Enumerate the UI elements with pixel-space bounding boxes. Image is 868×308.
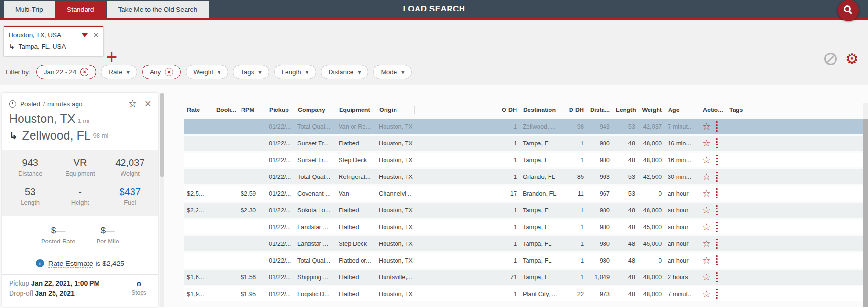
favorite-star-icon[interactable]: ☆ [703, 172, 711, 181]
table-scrollbar[interactable] [863, 103, 868, 307]
row-menu-icon[interactable] [716, 138, 718, 149]
cell-actions: ☆ [700, 155, 726, 165]
column-header[interactable]: Destination [520, 106, 565, 114]
view-tab[interactable]: Take Me to the Old Search [107, 1, 209, 18]
cell-origin: Huntsville,... [376, 274, 414, 281]
row-menu-icon[interactable] [716, 172, 718, 182]
cell-odh: 1 [414, 257, 520, 264]
cell-actions: ☆ [700, 239, 726, 249]
column-header[interactable]: Book... [213, 106, 238, 114]
trip-origin-row[interactable]: Houston, TX, USA × [9, 32, 99, 39]
filter-pill[interactable]: Mode × ▾ [373, 65, 412, 79]
favorite-star-icon[interactable]: ☆ [703, 122, 711, 131]
view-tab[interactable]: Standard [55, 1, 106, 18]
gear-icon[interactable]: ⚙ [846, 52, 858, 66]
favorite-star-icon[interactable]: ☆ [703, 155, 711, 165]
cell-company: Total Qual... [295, 173, 336, 180]
row-menu-icon[interactable] [716, 205, 718, 216]
row-menu-icon[interactable] [716, 121, 718, 132]
rate-estimate-link[interactable]: Rate Estimate [48, 259, 93, 268]
favorite-star-icon[interactable]: ☆ [703, 239, 711, 248]
column-header[interactable]: Weight [638, 106, 665, 114]
chevron-down-icon[interactable] [82, 33, 88, 37]
column-header[interactable]: Origin [376, 106, 414, 114]
cell-distance: 980 [587, 140, 613, 147]
row-menu-icon[interactable] [716, 289, 718, 299]
row-menu-icon[interactable] [716, 222, 718, 232]
table-row[interactable]: $1,6... $1.56 01/22/... Shipping ... Fla… [184, 270, 863, 285]
cell-weight: 0 [638, 190, 665, 197]
column-header[interactable]: Company [295, 106, 336, 114]
cell-origin: Houston, TX [376, 140, 414, 147]
search-button[interactable] [838, 0, 859, 21]
table-scrollbar-thumb[interactable] [863, 119, 868, 307]
cell-equipment: Step Deck [336, 240, 376, 247]
table-row[interactable]: 01/22/... Sunset Tr... Flatbed Houston, … [184, 136, 863, 151]
favorite-star-icon[interactable]: ☆ [703, 189, 711, 198]
panel-scrollbar-thumb[interactable] [160, 93, 164, 177]
column-header[interactable]: Age [665, 106, 700, 114]
row-menu-icon[interactable] [716, 239, 718, 249]
table-row[interactable]: $1,9... $1.95 01/22/... Logistic D... Fl… [184, 286, 863, 301]
column-header[interactable]: Dista... [587, 106, 613, 114]
favorite-star-icon[interactable]: ☆ [128, 99, 137, 108]
favorite-star-icon[interactable]: ☆ [703, 222, 711, 231]
column-header[interactable]: Length [613, 106, 638, 114]
filter-pill[interactable]: Rate × ▾ [101, 65, 137, 79]
table-row[interactable]: $2,5... $2.59 01/22/... Covenant ... Van… [184, 186, 863, 201]
filter-by-label: Filter by: [6, 68, 31, 76]
column-header[interactable]: O-DH [414, 106, 520, 114]
results-grid: Rate Book... RPM Pickup Company Equipmen… [184, 103, 863, 301]
cell-odh: 1 [414, 223, 520, 231]
cell-weight: 42,037 [638, 123, 665, 130]
filter-pill[interactable]: Length × ▾ [274, 65, 316, 79]
close-icon[interactable]: × [145, 99, 151, 108]
row-menu-icon[interactable] [716, 155, 718, 165]
favorite-star-icon[interactable]: ☆ [703, 206, 711, 215]
column-header[interactable]: RPM [238, 106, 266, 114]
table-row[interactable]: 01/22/... Sunset Tr... Step Deck Houston… [184, 153, 863, 167]
info-icon[interactable]: i [36, 259, 44, 267]
filter-pill[interactable]: Jan 22 - 24 × ▾ [36, 65, 97, 79]
column-header[interactable]: D-DH [565, 106, 587, 114]
trip-origin-label: Houston, TX, USA [9, 32, 61, 39]
clear-filter-icon[interactable]: × [165, 68, 173, 76]
cell-equipment: Flatbed or... [336, 257, 376, 264]
favorite-star-icon[interactable]: ☆ [703, 273, 711, 282]
column-header[interactable]: Rate [184, 106, 213, 114]
filter-pill[interactable]: Tags × ▾ [233, 65, 269, 79]
table-row[interactable]: 01/22/... Landstar ... Step Deck Houston… [184, 236, 863, 251]
block-icon[interactable] [824, 53, 837, 65]
cell-distance: 963 [587, 173, 613, 180]
column-header[interactable]: Tags [726, 106, 863, 114]
row-menu-icon[interactable] [716, 188, 718, 199]
clear-filter-icon[interactable]: × [80, 68, 88, 76]
view-tab[interactable]: Multi-Trip [4, 1, 55, 18]
panel-scrollbar[interactable] [160, 93, 164, 307]
cell-origin: Houston, TX [376, 156, 414, 164]
close-trip-icon[interactable]: × [93, 32, 99, 39]
cell-origin: Houston, TX [376, 123, 414, 130]
row-menu-icon[interactable] [716, 255, 718, 266]
row-menu-icon[interactable] [716, 272, 718, 283]
filter-pill[interactable]: Weight × ▾ [186, 65, 228, 79]
table-row[interactable]: $2,2... $2.30 01/22/... Sokota Lo... Fla… [184, 203, 863, 218]
table-row[interactable]: 01/22/... Total Qual... Van or Re... Hou… [184, 119, 863, 134]
favorite-star-icon[interactable]: ☆ [703, 289, 711, 298]
cell-actions: ☆ [700, 188, 726, 199]
cell-destination: Orlando, FL [520, 173, 565, 180]
favorite-star-icon[interactable]: ☆ [703, 139, 711, 148]
filter-pill[interactable]: Distance × ▾ [321, 65, 369, 79]
filter-pill[interactable]: Any × ▾ [142, 65, 181, 79]
table-row[interactable]: 01/22/... Total Qual... Refrigerat... Ho… [184, 169, 863, 184]
cell-ddh: 22 [565, 290, 587, 297]
favorite-star-icon[interactable]: ☆ [703, 256, 711, 265]
column-header[interactable]: Equipment [336, 106, 376, 114]
table-row[interactable]: 01/22/... Total Qual... Flatbed or... Ho… [184, 253, 863, 268]
column-header[interactable]: Pickup [266, 106, 295, 114]
trip-selector-card[interactable]: Houston, TX, USA × ↳ Tampa, FL, USA [4, 26, 103, 56]
table-row[interactable]: 01/22/... Landstar ... Flatbed Houston, … [184, 220, 863, 234]
column-header[interactable]: Actio... [700, 106, 726, 114]
pickup-line: Pickup Jan 22, 2021, 1:00 PM [9, 279, 116, 287]
add-trip-button[interactable]: + [106, 47, 117, 66]
